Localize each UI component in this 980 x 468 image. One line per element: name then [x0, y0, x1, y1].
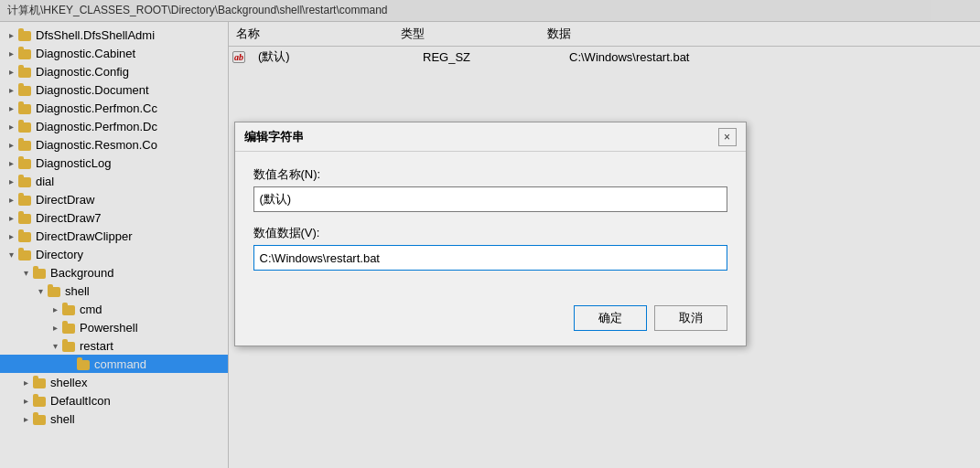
ok-button[interactable]: 确定	[574, 305, 647, 331]
data-field-group: 数值数据(V):	[253, 225, 727, 271]
data-label: 数值数据(V):	[253, 225, 727, 241]
dialog-overlay: 编辑字符串 × 数值名称(N): 数值数据(V): 确定 取消	[0, 0, 980, 468]
dialog-title: 编辑字符串	[244, 129, 304, 145]
dialog-close-button[interactable]: ×	[718, 128, 737, 146]
name-input[interactable]	[253, 186, 727, 212]
name-field-group: 数值名称(N):	[253, 166, 727, 212]
edit-string-dialog[interactable]: 编辑字符串 × 数值名称(N): 数值数据(V): 确定 取消	[234, 122, 747, 346]
dialog-titlebar: 编辑字符串 ×	[235, 122, 746, 152]
data-input[interactable]	[253, 245, 727, 271]
dialog-body: 数值名称(N): 数值数据(V):	[235, 152, 746, 298]
name-label: 数值名称(N):	[253, 166, 727, 183]
dialog-buttons: 确定 取消	[235, 298, 746, 346]
cancel-button[interactable]: 取消	[654, 305, 727, 331]
